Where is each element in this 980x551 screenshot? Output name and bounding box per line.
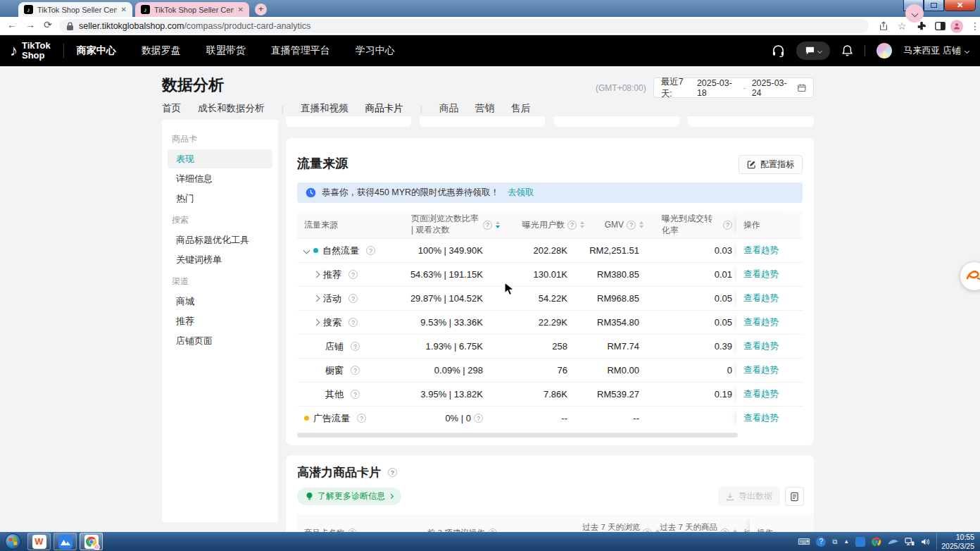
tab-首页[interactable]: 首页	[162, 102, 181, 120]
expand-chevron-icon[interactable]	[313, 271, 320, 278]
nav-item-1[interactable]: 商家中心	[77, 44, 116, 57]
help-icon[interactable]	[483, 221, 492, 230]
horizontal-scrollbar[interactable]	[297, 433, 738, 438]
help-icon[interactable]	[351, 366, 360, 375]
tray-network-icon[interactable]	[905, 538, 915, 546]
browser-menu-icon[interactable]: ⋮	[969, 20, 980, 32]
report-doc-button[interactable]	[785, 487, 804, 506]
tray-help-icon[interactable]: ?	[816, 537, 826, 547]
sidebar-item-推荐[interactable]: 推荐	[168, 311, 272, 330]
tray-volume-icon[interactable]	[921, 538, 930, 546]
help-icon[interactable]	[723, 221, 732, 230]
share-icon[interactable]	[877, 20, 890, 32]
diagnosis-info-link[interactable]: 了解更多诊断信息	[297, 488, 401, 505]
sort-icon[interactable]	[496, 221, 500, 228]
help-icon[interactable]	[627, 221, 636, 230]
taskbar-chrome-app[interactable]	[80, 533, 103, 550]
date-range-picker[interactable]: 最近7天: 2025-03-18 - 2025-03-24	[653, 78, 814, 98]
actions-cell: 查看趋势	[736, 263, 801, 286]
view-trend-link[interactable]: 查看趋势	[743, 364, 779, 376]
back-icon[interactable]: ←	[7, 19, 17, 30]
taskbar-clock[interactable]: 10:55 2025/3/25	[936, 533, 974, 550]
view-trend-link[interactable]: 查看趋势	[743, 316, 779, 328]
reload-icon[interactable]: ⟳	[44, 19, 52, 30]
sidebar-item-详细信息[interactable]: 详细信息	[168, 169, 272, 188]
sidebar-item-商城[interactable]: 商城	[168, 292, 272, 311]
side-panel-icon[interactable]	[934, 20, 946, 32]
profile-avatar[interactable]	[950, 20, 963, 32]
help-icon[interactable]	[388, 468, 397, 477]
help-icon[interactable]	[366, 246, 375, 255]
start-button[interactable]	[5, 533, 21, 550]
view-trend-link[interactable]: 查看趋势	[743, 244, 779, 256]
tab-成长和数据分析[interactable]: 成长和数据分析	[198, 102, 265, 120]
tray-show-hidden-icon[interactable]: ▲	[843, 538, 849, 545]
nav-item-3[interactable]: 联盟带货	[206, 44, 246, 57]
app-nav: ♪ TikTokShop 商家中心数据罗盘联盟带货直播管理平台学习中心 马来西亚…	[0, 35, 980, 66]
clock-time: 10:55	[941, 533, 974, 542]
tray-app-blue-icon[interactable]	[855, 537, 865, 547]
tray-app-swoosh-icon[interactable]	[888, 538, 898, 545]
sidebar-item-店铺页面[interactable]: 店铺页面	[168, 331, 272, 350]
tray-keyboard-icon[interactable]: ⌨	[798, 537, 810, 547]
new-tab-button[interactable]: +	[255, 4, 267, 16]
expand-chevron-icon[interactable]	[313, 295, 320, 302]
help-icon[interactable]	[474, 414, 483, 423]
view-trend-link[interactable]: 查看趋势	[743, 388, 779, 400]
column-header-label: GMV	[605, 220, 624, 230]
tray-display-icon[interactable]: ⧉	[832, 538, 837, 546]
url-bar[interactable]: seller.tiktokglobalshop.com/compass/prod…	[59, 19, 869, 33]
promo-float-button[interactable]	[960, 262, 980, 290]
configure-metrics-button[interactable]: 配置指标	[739, 155, 803, 174]
nav-item-2[interactable]: 数据罗盘	[142, 44, 181, 57]
help-icon[interactable]	[348, 294, 358, 303]
forward-icon[interactable]: →	[25, 19, 35, 30]
close-button[interactable]: ✕	[944, 0, 976, 11]
headset-icon[interactable]	[772, 44, 785, 57]
conversion-cell: 0.01	[662, 263, 736, 286]
sort-icon[interactable]	[580, 221, 584, 228]
nav-item-5[interactable]: 学习中心	[356, 44, 395, 57]
taskbar-wps-app[interactable]: W	[27, 533, 51, 550]
sidebar-item-关键词榜单[interactable]: 关键词榜单	[168, 250, 272, 269]
notification-bell-icon[interactable]	[841, 44, 853, 57]
date-range-type: 最近7天:	[661, 76, 691, 100]
tiktok-shop-logo[interactable]: ♪ TikTokShop	[10, 41, 51, 60]
tray-chrome-icon[interactable]	[872, 537, 881, 547]
browser-tab-1[interactable]: ♪ TikTok Shop Seller Center | Cr ✕	[18, 2, 132, 17]
sidebar-item-商品标题优化工具[interactable]: 商品标题优化工具	[168, 230, 272, 249]
tab-search-chevron-icon[interactable]	[905, 4, 924, 23]
chat-pill[interactable]	[796, 42, 830, 60]
taskbar-mountain-app[interactable]	[54, 533, 77, 550]
conversion-cell	[662, 407, 736, 430]
help-icon[interactable]	[348, 270, 358, 279]
view-trend-link[interactable]: 查看趋势	[743, 292, 779, 304]
maximize-button[interactable]	[924, 0, 944, 11]
expand-chevron-icon[interactable]	[313, 319, 320, 326]
view-trend-link[interactable]: 查看趋势	[743, 268, 779, 280]
nav-item-4[interactable]: 直播管理平台	[271, 44, 330, 57]
sort-icon[interactable]	[639, 221, 643, 228]
help-icon[interactable]	[348, 318, 358, 327]
help-icon[interactable]	[567, 221, 577, 230]
view-trend-link[interactable]: 查看趋势	[743, 412, 779, 424]
help-icon[interactable]	[351, 342, 360, 351]
tab-close-icon[interactable]: ✕	[121, 6, 127, 13]
shop-switcher[interactable]: 马来西亚 店铺	[903, 44, 969, 57]
export-data-button[interactable]: 导出数据	[718, 487, 780, 506]
help-icon[interactable]	[357, 414, 366, 423]
calendar-icon	[798, 83, 806, 92]
sidebar-item-表现[interactable]: 表现	[168, 149, 272, 168]
help-icon[interactable]	[351, 390, 360, 399]
tab-close-icon[interactable]: ✕	[238, 6, 244, 13]
claim-coupon-link[interactable]: 去领取	[508, 187, 534, 199]
view-trend-link[interactable]: 查看趋势	[743, 340, 779, 352]
actions-cell: 查看趋势	[736, 239, 801, 262]
chevron-down-icon	[817, 48, 822, 53]
browser-tab-2[interactable]: ♪ TikTok Shop Seller Center | Cr ✕	[135, 2, 249, 17]
sidebar-item-热门[interactable]: 热门	[168, 189, 272, 208]
source-label: 搜索	[323, 316, 341, 329]
bookmark-star-icon[interactable]: ☆	[896, 20, 908, 32]
shop-avatar[interactable]	[877, 43, 892, 58]
collapse-chevron-icon[interactable]	[303, 247, 310, 254]
